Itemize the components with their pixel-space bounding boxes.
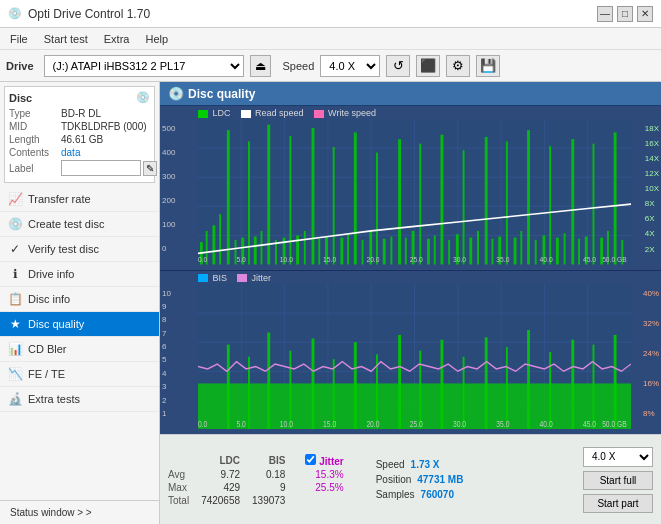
disc-quality-icon: ★ bbox=[8, 317, 22, 331]
start-part-button[interactable]: Start part bbox=[583, 494, 653, 513]
app-icon: 💿 bbox=[8, 7, 22, 20]
svg-rect-52 bbox=[469, 238, 472, 265]
sidebar-item-transfer-rate[interactable]: 📈 Transfer rate bbox=[0, 187, 159, 212]
menu-help[interactable]: Help bbox=[139, 31, 174, 47]
svg-rect-29 bbox=[304, 231, 306, 265]
extra-tests-icon: 🔬 bbox=[8, 392, 22, 406]
disc-mid-row: MID TDKBLDRFB (000) bbox=[9, 121, 150, 132]
nav-items: 📈 Transfer rate 💿 Create test disc ✓ Ver… bbox=[0, 187, 159, 500]
top-chart-svg: 0.0 5.0 10.0 15.0 20.0 25.0 30.0 35.0 40… bbox=[198, 119, 631, 265]
app-title: Opti Drive Control 1.70 bbox=[28, 7, 150, 21]
sidebar-item-disc-info[interactable]: 📋 Disc info bbox=[0, 287, 159, 312]
legend-ldc-color bbox=[198, 110, 208, 118]
legend-bis-color bbox=[198, 274, 208, 282]
menubar: File Start test Extra Help bbox=[0, 28, 661, 50]
svg-text:40.0: 40.0 bbox=[540, 255, 553, 265]
top-chart-container: LDC Read speed Write speed 500 400 30 bbox=[160, 106, 661, 271]
stop-button[interactable]: ⬛ bbox=[416, 55, 440, 77]
sidebar-item-create-test-disc[interactable]: 💿 Create test disc bbox=[0, 212, 159, 237]
sidebar-item-extra-tests[interactable]: 🔬 Extra tests bbox=[0, 387, 159, 412]
stats-header-bis: BIS bbox=[252, 453, 297, 468]
svg-rect-65 bbox=[564, 233, 566, 264]
svg-rect-16 bbox=[212, 225, 215, 264]
menu-start-test[interactable]: Start test bbox=[38, 31, 94, 47]
type-label: Type bbox=[9, 108, 61, 119]
label-edit-button[interactable]: ✎ bbox=[143, 161, 157, 176]
disc-icon: 💿 bbox=[136, 91, 150, 104]
avg-bis: 0.18 bbox=[252, 468, 297, 481]
sidebar-item-drive-info[interactable]: ℹ Drive info bbox=[0, 262, 159, 287]
jitter-label: Jitter bbox=[319, 456, 343, 467]
svg-rect-54 bbox=[485, 137, 488, 265]
svg-rect-104 bbox=[312, 338, 315, 429]
svg-rect-115 bbox=[549, 351, 551, 429]
position-row: Position 47731 MB bbox=[376, 474, 464, 485]
svg-text:30.0: 30.0 bbox=[453, 419, 466, 429]
svg-rect-23 bbox=[261, 231, 263, 265]
eject-button[interactable]: ⏏ bbox=[250, 55, 271, 77]
disc-quality-panel-icon: 💿 bbox=[168, 86, 184, 101]
speed-label: Speed bbox=[283, 60, 315, 72]
legend-bis: BIS bbox=[198, 273, 227, 283]
svg-text:25.0: 25.0 bbox=[410, 255, 423, 265]
legend-write-speed: Write speed bbox=[314, 108, 376, 118]
svg-rect-42 bbox=[398, 139, 401, 264]
svg-text:45.0: 45.0 bbox=[583, 419, 596, 429]
label-input[interactable] bbox=[61, 160, 141, 176]
settings-button[interactable]: ⚙ bbox=[446, 55, 470, 77]
max-ldc: 429 bbox=[201, 481, 252, 494]
drive-select[interactable]: (J:) ATAPI iHBS312 2 PL17 bbox=[44, 55, 244, 77]
nav-label-fe-te: FE / TE bbox=[28, 368, 65, 380]
fe-te-icon: 📉 bbox=[8, 367, 22, 381]
nav-label-drive-info: Drive info bbox=[28, 268, 74, 280]
sidebar: Disc 💿 Type BD-R DL MID TDKBLDRFB (000) … bbox=[0, 82, 160, 524]
svg-text:15.0: 15.0 bbox=[323, 255, 336, 265]
bottom-y-axis-left: 10 9 8 7 6 5 4 3 2 1 bbox=[162, 289, 171, 419]
speed-select[interactable]: 4.0 X bbox=[320, 55, 380, 77]
svg-text:0.0: 0.0 bbox=[198, 419, 207, 429]
cd-bler-icon: 📊 bbox=[8, 342, 22, 356]
refresh-button[interactable]: ↺ bbox=[386, 55, 410, 77]
start-full-button[interactable]: Start full bbox=[583, 471, 653, 490]
total-ldc: 7420658 bbox=[201, 494, 252, 507]
sidebar-item-cd-bler[interactable]: 📊 CD Bler bbox=[0, 337, 159, 362]
sidebar-item-disc-quality[interactable]: ★ Disc quality bbox=[0, 312, 159, 337]
titlebar-left: 💿 Opti Drive Control 1.70 bbox=[8, 7, 150, 21]
legend-ldc: LDC bbox=[198, 108, 231, 118]
svg-rect-113 bbox=[506, 347, 508, 429]
svg-rect-60 bbox=[527, 130, 530, 264]
svg-rect-72 bbox=[614, 132, 617, 264]
quality-speed-select[interactable]: 4.0 X bbox=[583, 447, 653, 467]
sidebar-item-fe-te[interactable]: 📉 FE / TE bbox=[0, 362, 159, 387]
nav-label-disc-quality: Disc quality bbox=[28, 318, 84, 330]
titlebar-controls[interactable]: — □ ✕ bbox=[597, 6, 653, 22]
status-window-button[interactable]: Status window > > bbox=[8, 505, 94, 520]
minimize-button[interactable]: — bbox=[597, 6, 613, 22]
svg-rect-112 bbox=[485, 337, 488, 429]
stats-position-info: Speed 1.73 X Position 47731 MB Samples 7… bbox=[376, 459, 464, 500]
svg-rect-55 bbox=[491, 239, 493, 265]
svg-rect-17 bbox=[219, 214, 221, 264]
close-button[interactable]: ✕ bbox=[637, 6, 653, 22]
speed-value: 1.73 X bbox=[411, 459, 440, 470]
svg-rect-114 bbox=[527, 330, 530, 429]
top-y-axis-right: 18X 16X 14X 12X 10X 8X 6X 4X 2X bbox=[645, 124, 659, 254]
verify-test-disc-icon: ✓ bbox=[8, 242, 22, 256]
svg-rect-48 bbox=[440, 135, 443, 265]
sidebar-item-verify-test-disc[interactable]: ✓ Verify test disc bbox=[0, 237, 159, 262]
nav-label-verify-test-disc: Verify test disc bbox=[28, 243, 99, 255]
disc-contents-row: Contents data bbox=[9, 147, 150, 158]
nav-label-transfer-rate: Transfer rate bbox=[28, 193, 91, 205]
jitter-checkbox[interactable] bbox=[305, 454, 316, 465]
disc-info-icon: 📋 bbox=[8, 292, 22, 306]
save-button[interactable]: 💾 bbox=[476, 55, 500, 77]
menu-file[interactable]: File bbox=[4, 31, 34, 47]
svg-text:10.0: 10.0 bbox=[280, 255, 293, 265]
svg-rect-51 bbox=[463, 150, 465, 264]
stats-max-row: Max 429 9 25.5% bbox=[168, 481, 356, 494]
stats-total-row: Total 7420658 139073 bbox=[168, 494, 356, 507]
svg-text:30.0: 30.0 bbox=[453, 255, 466, 265]
menu-extra[interactable]: Extra bbox=[98, 31, 136, 47]
maximize-button[interactable]: □ bbox=[617, 6, 633, 22]
label-label: Label bbox=[9, 163, 61, 174]
